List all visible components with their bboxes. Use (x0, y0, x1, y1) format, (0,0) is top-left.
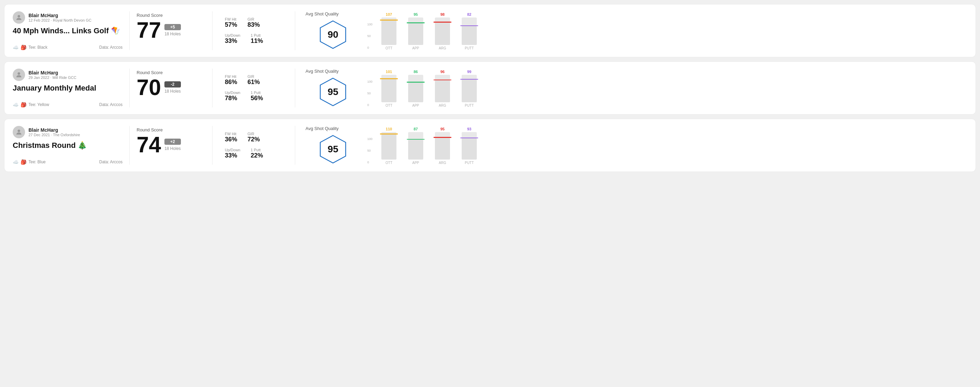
tee-label: Tee: Yellow (29, 102, 49, 107)
updown-label: Up/Down (225, 90, 240, 95)
avg-quality-label: Avg Shot Quality (305, 11, 339, 16)
bar-wrapper (408, 75, 423, 102)
score-section: Round Score 74 +2 18 Holes (137, 126, 205, 165)
bar-axis-label: ARG (439, 46, 446, 50)
divider (295, 11, 295, 50)
y-axis-bot: 0 (367, 46, 372, 49)
gir-value: 61% (248, 79, 260, 86)
y-axis-mid: 50 (367, 149, 372, 152)
holes-text: 18 Holes (164, 89, 181, 94)
date-course: 12 Feb 2022 · Royal North Devon GC (29, 18, 91, 22)
y-axis-mid: 50 (367, 92, 372, 95)
bars-container: 107 OTT 95 APP 98 ARG 82 (379, 12, 479, 50)
fw-hit-label: FW Hit (225, 132, 237, 136)
date-course: 29 Jan 2022 · Mill Ride GCC (29, 76, 76, 79)
bar-group-putt: 93 PUTT (459, 127, 479, 165)
bar-value-arg: 98 (441, 12, 444, 16)
updown-label: Up/Down (225, 148, 240, 152)
y-axis-top: 100 (367, 137, 372, 141)
score-main: 70 -2 18 Holes (137, 76, 205, 98)
bar-wrapper (381, 75, 396, 102)
bar-value-ott: 110 (386, 127, 392, 131)
oneputt-stat: 1 Putt 22% (251, 148, 263, 159)
bar-fill (408, 23, 423, 45)
updown-value: 78% (225, 95, 240, 102)
user-name: Blair McHarg (29, 13, 91, 18)
quality-section: Avg Shot Quality 95 (302, 126, 364, 165)
bar-fill (381, 79, 396, 102)
divider (295, 126, 295, 165)
bar-line (460, 79, 478, 80)
oneputt-label: 1 Putt (251, 33, 263, 37)
bar-group-putt: 99 PUTT (459, 70, 479, 107)
hexagon-container: 95 (318, 134, 348, 165)
svg-point-0 (18, 15, 20, 17)
user-name: Blair McHarg (29, 127, 80, 133)
bars-container: 101 OTT 86 APP 96 ARG 99 (379, 70, 479, 107)
user-row: Blair McHarg 29 Jan 2022 · Mill Ride GCC (13, 68, 123, 81)
bar-line (407, 139, 425, 140)
divider (129, 68, 130, 107)
bar-wrapper (435, 17, 450, 45)
bar-fill (435, 138, 450, 160)
bar-line (380, 78, 398, 79)
weather-icon: ☁️ (13, 44, 19, 50)
tee-row: ☁️ 🎒 Tee: Yellow Data: Arccos (13, 102, 123, 107)
quality-score: 95 (328, 144, 338, 155)
fw-hit-value: 86% (225, 79, 237, 86)
updown-stat: Up/Down 78% (225, 90, 240, 102)
bar-group-ott: 101 OTT (379, 70, 399, 107)
bar-axis-label: PUTT (465, 161, 474, 165)
quality-score: 95 (328, 86, 338, 97)
bar-axis-label: ARG (439, 161, 446, 165)
score-detail: +5 18 Holes (164, 24, 181, 36)
left-section: Blair McHarg 29 Jan 2022 · Mill Ride GCC… (13, 68, 123, 107)
bag-icon: 🎒 (21, 102, 26, 107)
round-score-label: Round Score (137, 70, 205, 75)
data-source: Data: Arccos (99, 102, 123, 107)
round-title: January Monthly Medal (13, 84, 123, 93)
y-axis-mid: 50 (367, 34, 372, 38)
y-axis-bot: 0 (367, 103, 372, 107)
bar-group-ott: 107 OTT (379, 12, 399, 50)
tee-label: Tee: Blue (29, 160, 46, 164)
bar-axis-label: ARG (439, 104, 446, 107)
bar-fill (408, 140, 423, 160)
avatar (13, 126, 25, 138)
gir-label: GIR (248, 132, 260, 136)
tee-info: ☁️ 🎒 Tee: Blue (13, 159, 46, 165)
score-number: 74 (137, 134, 161, 156)
y-axis-bot: 0 (367, 160, 372, 164)
round-title: 40 Mph Winds... Links Golf 🪁 (13, 26, 123, 35)
gir-label: GIR (248, 17, 260, 21)
stats-row-top: FW Hit 57% GIR 83% (225, 17, 288, 29)
updown-stat: Up/Down 33% (225, 148, 240, 159)
avatar (13, 11, 25, 24)
divider (129, 126, 130, 165)
bar-axis-label: OTT (385, 46, 392, 50)
bar-axis-label: APP (412, 46, 419, 50)
score-section: Round Score 70 -2 18 Holes (137, 68, 205, 107)
bar-group-app: 87 APP (406, 127, 426, 165)
score-detail: +2 18 Holes (164, 139, 181, 151)
bar-group-app: 86 APP (406, 70, 426, 107)
holes-text: 18 Holes (164, 146, 181, 151)
oneputt-stat: 1 Putt 11% (251, 33, 263, 44)
bar-line (460, 138, 478, 139)
bar-value-putt: 82 (467, 12, 471, 16)
bar-wrapper (462, 17, 477, 45)
oneputt-value: 22% (251, 152, 263, 159)
round-card: Blair McHarg 12 Feb 2022 · Royal North D… (4, 4, 976, 57)
bar-fill (462, 138, 477, 160)
gir-label: GIR (248, 75, 260, 79)
stats-row-bottom: Up/Down 78% 1 Putt 56% (225, 90, 288, 102)
bar-wrapper (435, 75, 450, 102)
bar-line (407, 82, 425, 82)
bar-axis-label: PUTT (465, 104, 474, 107)
updown-value: 33% (225, 152, 240, 159)
bar-fill (381, 21, 396, 45)
bar-line (407, 22, 425, 23)
title-emoji: 🪁 (111, 26, 120, 35)
weather-icon: ☁️ (13, 102, 19, 107)
bar-group-app: 95 APP (406, 12, 426, 50)
